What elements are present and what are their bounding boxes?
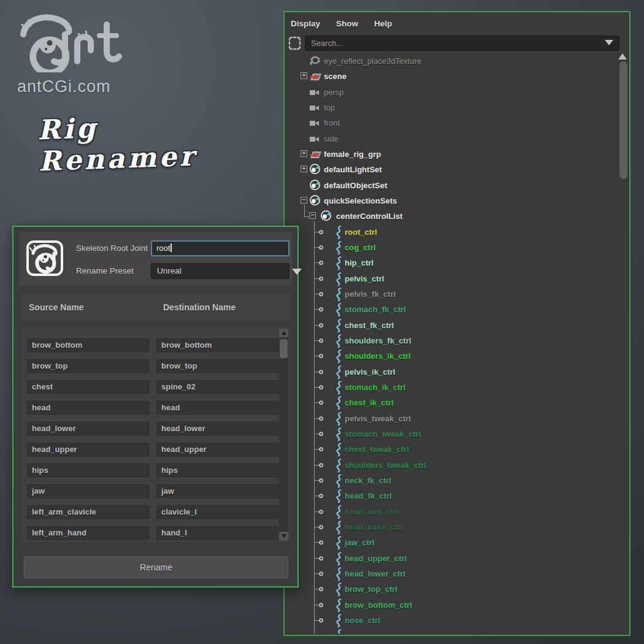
destination-cell[interactable]: spine_02 <box>155 379 280 395</box>
outliner-scrollbar-thumb[interactable] <box>619 61 627 179</box>
outliner-item-head_aim_ctrl[interactable]: head_aim_ctrl <box>285 504 617 519</box>
outliner-item-pelvis_ik_ctrl[interactable]: pelvis_ik_ctrl <box>285 364 617 380</box>
outliner-item[interactable] <box>285 628 617 634</box>
tree-branch-line <box>314 309 319 310</box>
expand-plus-icon[interactable]: + <box>301 72 307 79</box>
destination-cell[interactable]: brow_bottom <box>155 337 280 353</box>
rename-preset-dropdown[interactable]: Unreal <box>151 263 289 279</box>
source-cell[interactable]: jaw <box>26 483 150 499</box>
scroll-up-arrow-icon[interactable] <box>618 53 627 59</box>
collapse-minus-icon[interactable]: − <box>301 197 307 204</box>
outliner-item-chest_fk_ctrl[interactable]: chest_fk_ctrl <box>285 318 617 333</box>
set-member-dot <box>319 478 323 483</box>
outliner-item-front[interactable]: front <box>285 115 617 131</box>
outliner-tree: eye_reflect_place3dTexture+scenepersptop… <box>285 53 617 634</box>
outliner-item-female_rig_grp[interactable]: +female_rig_grp <box>285 147 617 162</box>
source-cell[interactable]: left_arm_hand <box>26 525 150 541</box>
selection-filter-icon[interactable] <box>288 36 301 50</box>
outliner-item-head_upper_ctrl[interactable]: head_upper_ctrl <box>285 551 617 566</box>
destination-cell[interactable]: clavicle_l <box>155 504 280 520</box>
source-cell[interactable]: chest <box>26 379 150 395</box>
outliner-item-defaultObjectSet[interactable]: defaultObjectSet <box>285 178 617 193</box>
outliner-item-shoulders_tweak_ctrl[interactable]: shoulders_tweak_ctrl <box>285 458 617 473</box>
outliner-item-pelvis_ctrl[interactable]: pelvis_ctrl <box>285 271 617 286</box>
outliner-item-jaw_ctrl[interactable]: jaw_ctrl <box>285 535 617 550</box>
scroll-up-button[interactable] <box>279 329 288 337</box>
expand-plus-icon[interactable]: + <box>301 166 307 172</box>
dropdown-arrow-icon[interactable] <box>292 269 302 275</box>
table-scrollbar[interactable] <box>279 329 288 540</box>
set-member-dot <box>319 339 323 343</box>
outliner-item-nose_ctrl[interactable]: nose_ctrl <box>285 613 617 628</box>
outliner-item-head_fk_ctrl[interactable]: head_fk_ctrl <box>285 488 617 504</box>
search-input[interactable]: Search... <box>305 36 619 51</box>
outliner-item-cog_ctrl[interactable]: cog_ctrl <box>285 240 617 255</box>
outliner-item-side[interactable]: side <box>285 131 617 147</box>
outliner-item-brow_top_ctrl[interactable]: brow_top_ctrl <box>285 581 617 597</box>
collapse-minus-icon[interactable]: − <box>309 212 316 219</box>
destination-cell[interactable]: head_upper <box>155 442 280 458</box>
set-member-dot <box>319 494 323 498</box>
menu-help[interactable]: Help <box>374 19 392 28</box>
outliner-item-pelvis_fk_ctrl[interactable]: pelvis_fk_ctrl <box>285 286 617 302</box>
outliner-item-defaultLightSet[interactable]: +defaultLightSet <box>285 162 617 177</box>
destination-cell[interactable]: hips <box>155 462 280 478</box>
table-scrollbar-thumb[interactable] <box>280 339 288 358</box>
outliner-item-shoulders_fk_ctrl[interactable]: shoulders_fk_ctrl <box>285 333 617 348</box>
outliner-item-neck_fk_ctrl[interactable]: neck_fk_ctrl <box>285 473 617 488</box>
set-member-dot <box>319 416 323 421</box>
tree-branch-line <box>314 589 319 589</box>
outliner-item-centerControlList[interactable]: −centerControlList <box>285 209 617 224</box>
outliner-item-brow_bottom_ctrl[interactable]: brow_bottom_ctrl <box>285 597 617 613</box>
destination-cell[interactable]: head_lower <box>155 421 280 437</box>
outliner-item-scene[interactable]: +scene <box>285 69 617 84</box>
table-row: left_arm_clavicleclavicle_l <box>21 504 291 520</box>
source-cell[interactable]: head_upper <box>26 442 150 458</box>
outliner-item-chest_tweak_ctrl[interactable]: chest_tweak_ctrl <box>285 442 617 457</box>
destination-cell[interactable]: hand_l <box>155 525 280 541</box>
source-cell[interactable]: brow_bottom <box>26 337 150 353</box>
curve-icon <box>335 474 343 490</box>
scroll-down-button[interactable] <box>279 532 288 540</box>
outliner-item-stomach_fk_ctrl[interactable]: stomach_fk_ctrl <box>285 302 617 317</box>
source-cell[interactable]: brow_top <box>26 358 150 374</box>
set-member-dot <box>319 556 323 561</box>
menu-show[interactable]: Show <box>336 19 358 28</box>
outliner-item-hip_ctrl[interactable]: hip_ctrl <box>285 255 617 270</box>
menu-display[interactable]: Display <box>291 19 320 28</box>
outliner-item-head_lower_ctrl[interactable]: head_lower_ctrl <box>285 566 617 581</box>
skeleton-root-joint-input[interactable]: root <box>151 240 289 256</box>
search-dropdown-arrow-icon[interactable] <box>605 40 613 45</box>
set-member-dot <box>319 447 323 451</box>
table-column-header: Source Name Destination Name <box>21 294 291 321</box>
guide-line-centercontrollist <box>314 221 315 634</box>
outliner-item-stomach_tweak_ctrl[interactable]: stomach_tweak_ctrl <box>285 426 617 442</box>
outliner-item-pelvis_tweak_ctrl[interactable]: pelvis_tweak_ctrl <box>285 411 617 426</box>
outliner-item-head_base_ctrl[interactable]: head_base_ctrl <box>285 519 617 535</box>
set-member-dot <box>319 401 323 405</box>
source-cell[interactable]: head <box>26 400 150 416</box>
expand-plus-icon[interactable]: + <box>301 150 307 157</box>
outliner-item-quickSelectionSets[interactable]: −quickSelectionSets <box>285 193 617 209</box>
source-cell[interactable]: head_lower <box>26 421 150 437</box>
tree-item-label: brow_bottom_ctrl <box>345 597 412 613</box>
outliner-item-chest_ik_ctrl[interactable]: chest_ik_ctrl <box>285 395 617 410</box>
set-member-dot <box>319 245 323 250</box>
curve-icon <box>335 303 343 319</box>
outliner-item-root_ctrl[interactable]: root_ctrl <box>285 224 617 240</box>
destination-cell[interactable]: brow_top <box>155 358 280 374</box>
destination-cell[interactable]: head <box>155 400 280 416</box>
antcgi-tool-icon <box>26 240 64 277</box>
rename-button[interactable]: Rename <box>24 556 288 578</box>
outliner-item-eye_reflect_place3dTexture[interactable]: eye_reflect_place3dTexture <box>285 53 617 69</box>
outliner-item-stomach_ik_ctrl[interactable]: stomach_ik_ctrl <box>285 380 617 395</box>
set-member-dot <box>319 354 323 358</box>
outliner-item-top[interactable]: top <box>285 100 617 115</box>
guide-stub <box>304 217 309 217</box>
destination-cell[interactable]: jaw <box>155 483 280 499</box>
outliner-item-shoulders_ik_ctrl[interactable]: shoulders_ik_ctrl <box>285 348 617 364</box>
outliner-item-persp[interactable]: persp <box>285 85 617 100</box>
source-cell[interactable]: left_arm_clavicle <box>26 504 150 520</box>
source-cell[interactable]: hips <box>26 462 150 478</box>
tree-item-label: head_lower_ctrl <box>345 566 405 581</box>
